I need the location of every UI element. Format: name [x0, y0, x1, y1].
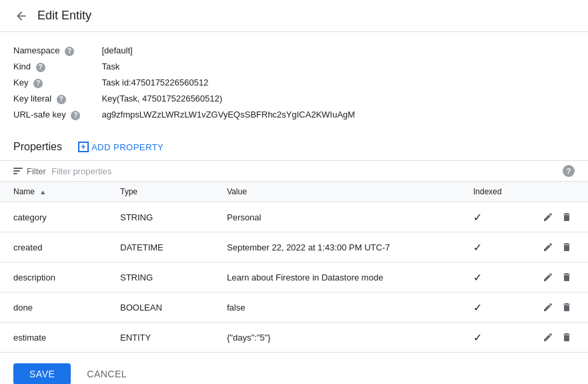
filter-help-icon[interactable]: ? — [563, 165, 575, 177]
col-actions — [527, 182, 588, 202]
info-row: Key literal ? Key(Task, 4750175226560512… — [13, 91, 387, 107]
actions-cell — [540, 239, 575, 255]
info-row: Namespace ? [default] — [13, 43, 387, 59]
filter-label: Filter — [27, 166, 46, 176]
prop-value: Learn about Firestore in Datastore mode — [214, 262, 460, 293]
delete-button[interactable] — [559, 269, 575, 285]
delete-button[interactable] — [559, 209, 575, 225]
edit-button[interactable] — [540, 329, 556, 345]
prop-indexed: ✓ — [460, 202, 527, 232]
delete-button[interactable] — [559, 329, 575, 345]
info-label: Namespace ? — [13, 43, 101, 59]
prop-name: category — [0, 202, 107, 232]
filter-label-group: Filter — [13, 166, 46, 176]
prop-value: September 22, 2022 at 1:43:00 PM UTC-7 — [214, 232, 460, 262]
indexed-checkmark: ✓ — [473, 332, 482, 343]
prop-type: STRING — [107, 262, 214, 293]
info-value: Task — [101, 59, 387, 75]
prop-indexed: ✓ — [460, 262, 527, 293]
table-header-row: Name ▲ Type Value Indexed — [0, 182, 588, 202]
info-label: URL-safe key ? — [13, 107, 101, 123]
col-indexed: Indexed — [460, 182, 527, 202]
info-row: URL-safe key ? ag9zfmpsLWZzLWRzLW1vZGVyE… — [13, 107, 387, 123]
add-property-label: ADD PROPERTY — [91, 142, 164, 152]
footer: SAVE CANCEL — [0, 353, 588, 384]
actions-cell — [540, 269, 575, 285]
actions-cell — [540, 209, 575, 225]
entity-info-section: Namespace ? [default] Kind ? Task Key ? … — [0, 32, 588, 128]
sort-arrow-icon[interactable]: ▲ — [39, 188, 46, 196]
prop-type: STRING — [107, 202, 214, 232]
prop-indexed: ✓ — [460, 323, 527, 353]
info-row: Kind ? Task — [13, 59, 387, 75]
prop-value: {"days":"5"} — [214, 323, 460, 353]
info-label: Key ? — [13, 75, 101, 91]
prop-name: description — [0, 262, 107, 293]
prop-actions — [527, 262, 588, 293]
table-row: done BOOLEAN false ✓ — [0, 293, 588, 323]
back-button[interactable] — [11, 5, 32, 27]
prop-value: Personal — [214, 202, 460, 232]
edit-button[interactable] — [540, 269, 556, 285]
page-title: Edit Entity — [37, 9, 91, 23]
edit-button[interactable] — [540, 239, 556, 255]
prop-actions — [527, 202, 588, 232]
table-row: estimate ENTITY {"days":"5"} ✓ — [0, 323, 588, 353]
save-button[interactable]: SAVE — [13, 363, 71, 384]
prop-indexed: ✓ — [460, 232, 527, 262]
delete-button[interactable] — [559, 239, 575, 255]
prop-actions — [527, 323, 588, 353]
info-label: Key literal ? — [13, 91, 101, 107]
info-value: Task id:4750175226560512 — [101, 75, 387, 91]
prop-type: ENTITY — [107, 323, 214, 353]
edit-button[interactable] — [540, 209, 556, 225]
actions-cell — [540, 299, 575, 315]
col-type: Type — [107, 182, 214, 202]
prop-actions — [527, 232, 588, 262]
edit-button[interactable] — [540, 299, 556, 315]
prop-name: done — [0, 293, 107, 323]
header: Edit Entity — [0, 0, 588, 32]
table-row: category STRING Personal ✓ — [0, 202, 588, 232]
properties-table: Name ▲ Type Value Indexed category STRIN… — [0, 182, 588, 353]
properties-header: Properties + ADD PROPERTY — [0, 128, 588, 160]
help-icon[interactable]: ? — [65, 47, 74, 56]
info-label: Kind ? — [13, 59, 101, 75]
filter-bar: Filter ? — [0, 160, 588, 182]
filter-input[interactable] — [51, 166, 557, 176]
add-property-button[interactable]: + ADD PROPERTY — [73, 139, 169, 155]
prop-name: created — [0, 232, 107, 262]
entity-info-table: Namespace ? [default] Kind ? Task Key ? … — [13, 43, 387, 123]
indexed-checkmark: ✓ — [473, 212, 482, 223]
prop-value: false — [214, 293, 460, 323]
prop-actions — [527, 293, 588, 323]
prop-type: DATETIME — [107, 232, 214, 262]
indexed-checkmark: ✓ — [473, 272, 482, 283]
info-value: [default] — [101, 43, 387, 59]
properties-title: Properties — [13, 141, 62, 153]
info-value: ag9zfmpsLWZzLWRzLW1vZGVyEQsSBFRhc2sYgICA… — [101, 107, 387, 123]
col-name: Name ▲ — [0, 182, 107, 202]
help-icon[interactable]: ? — [33, 79, 43, 88]
add-icon: + — [78, 142, 89, 152]
info-row: Key ? Task id:4750175226560512 — [13, 75, 387, 91]
col-value: Value — [214, 182, 460, 202]
table-row: created DATETIME September 22, 2022 at 1… — [0, 232, 588, 262]
cancel-button[interactable]: CANCEL — [81, 363, 132, 384]
indexed-checkmark: ✓ — [473, 242, 482, 253]
actions-cell — [540, 329, 575, 345]
indexed-checkmark: ✓ — [473, 302, 482, 313]
help-icon[interactable]: ? — [57, 95, 66, 104]
filter-icon — [13, 168, 23, 174]
help-icon[interactable]: ? — [71, 111, 80, 120]
prop-type: BOOLEAN — [107, 293, 214, 323]
help-icon[interactable]: ? — [36, 63, 45, 72]
delete-button[interactable] — [559, 299, 575, 315]
prop-name: estimate — [0, 323, 107, 353]
table-row: description STRING Learn about Firestore… — [0, 262, 588, 293]
prop-indexed: ✓ — [460, 293, 527, 323]
info-value: Key(Task, 4750175226560512) — [101, 91, 387, 107]
